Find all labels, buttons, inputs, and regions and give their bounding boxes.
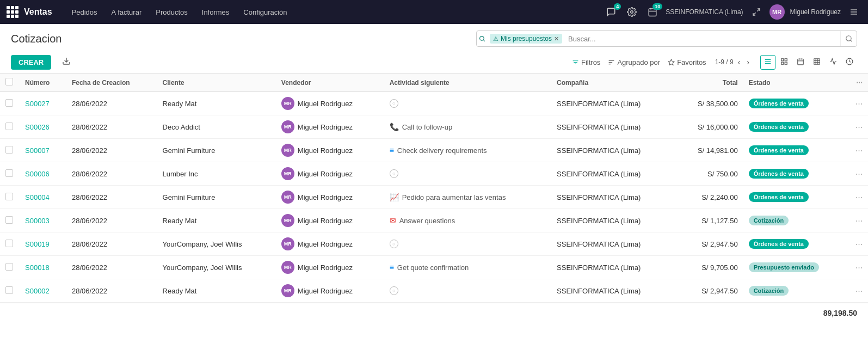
row-options[interactable]: ⋯ [850, 279, 868, 303]
filter-tag-close[interactable]: ✕ [554, 35, 559, 42]
row-checkbox-cell[interactable] [0, 186, 20, 209]
row-options[interactable]: ⋯ [850, 256, 868, 279]
row-checkbox-cell[interactable] [0, 209, 20, 232]
row-options[interactable]: ⋯ [850, 232, 868, 256]
row-vendedor: MR Miguel Rodriguez [276, 186, 384, 209]
menu-configuracion[interactable]: Configuración [237, 5, 293, 20]
favorites-button[interactable]: Favoritos [668, 58, 706, 66]
status-badge: Órdenes de venta [749, 99, 809, 108]
row-checkbox[interactable] [5, 122, 13, 130]
menu-productos[interactable]: Productos [149, 5, 194, 20]
table-row[interactable]: S00004 28/06/2022 Gemini Furniture MR Mi… [0, 186, 868, 209]
vendor-avatar: MR [281, 237, 294, 250]
company-name[interactable]: SSEINFORMATICA (Lima) [666, 8, 743, 16]
row-checkbox-cell[interactable] [0, 139, 20, 162]
pagination-range: 1-9 / 9 [715, 58, 734, 66]
chart-icon: 📈 [390, 193, 399, 201]
row-checkbox[interactable] [5, 216, 13, 224]
settings-button[interactable] [624, 4, 639, 20]
row-numero[interactable]: S00026 [20, 115, 66, 139]
row-numero[interactable]: S00019 [20, 232, 66, 256]
kanban-view-button[interactable] [777, 55, 792, 70]
table-footer-total: 89,198.50 [0, 303, 868, 323]
row-fecha: 28/06/2022 [66, 232, 157, 256]
row-options[interactable]: ⋯ [850, 115, 868, 139]
search-submit-icon[interactable] [840, 31, 857, 46]
col-options-header[interactable]: ⋯ [850, 73, 868, 92]
select-all-checkbox[interactable] [5, 78, 13, 85]
row-numero[interactable]: S00006 [20, 162, 66, 186]
row-numero[interactable]: S00002 [20, 279, 66, 303]
table-row[interactable]: S00027 28/06/2022 Ready Mat MR Miguel Ro… [0, 92, 868, 115]
pivot-view-button[interactable] [826, 55, 841, 70]
row-numero[interactable]: S00003 [20, 209, 66, 232]
row-total: S/ 2,947.50 [676, 279, 743, 303]
row-options[interactable]: ⋯ [850, 139, 868, 162]
row-numero[interactable]: S00007 [20, 139, 66, 162]
row-numero[interactable]: S00027 [20, 92, 66, 115]
filter-tag[interactable]: ⚠ Mis presupuestos ✕ [490, 34, 562, 44]
row-checkbox[interactable] [5, 169, 13, 177]
row-total: S/ 2,240.00 [676, 186, 743, 209]
row-cliente: YourCompany, Joel Willis [157, 232, 276, 256]
row-checkbox-cell[interactable] [0, 115, 20, 139]
row-numero[interactable]: S00004 [20, 186, 66, 209]
table-row[interactable]: S00002 28/06/2022 Ready Mat MR Miguel Ro… [0, 279, 868, 303]
row-checkbox[interactable] [5, 286, 13, 294]
row-compania: SSEINFORMATICA (Lima) [551, 186, 676, 209]
row-options[interactable]: ⋯ [850, 162, 868, 186]
menu-pedidos[interactable]: Pedidos [65, 5, 104, 20]
row-checkbox[interactable] [5, 263, 13, 271]
download-button[interactable] [60, 54, 73, 70]
user-avatar[interactable]: MR [769, 4, 785, 20]
row-options[interactable]: ⋯ [850, 92, 868, 115]
list-view-button[interactable] [760, 55, 775, 70]
row-checkbox-cell[interactable] [0, 256, 20, 279]
messages-button[interactable]: 4 [604, 4, 619, 20]
row-checkbox-cell[interactable] [0, 162, 20, 186]
groupby-button[interactable]: Agrupado por [608, 58, 660, 66]
row-checkbox[interactable] [5, 99, 13, 107]
table-row[interactable]: S00019 28/06/2022 YourCompany, Joel Will… [0, 232, 868, 256]
top-menu: Pedidos A facturar Productos Informes Co… [65, 5, 601, 20]
menu-afacturar[interactable]: A facturar [105, 5, 149, 20]
table-view-button[interactable] [809, 55, 824, 70]
vendor-avatar: MR [281, 97, 294, 110]
menu-toggle-icon[interactable] [846, 4, 861, 20]
row-checkbox-cell[interactable] [0, 92, 20, 115]
row-checkbox-cell[interactable] [0, 279, 20, 303]
status-badge: Órdenes de venta [749, 192, 809, 202]
activity-view-button[interactable] [842, 55, 857, 70]
next-page-button[interactable]: › [744, 57, 752, 68]
filters-label: Filtros [581, 58, 600, 66]
row-checkbox[interactable] [5, 146, 13, 154]
prev-page-button[interactable]: ‹ [736, 57, 743, 68]
search-input[interactable] [564, 35, 840, 43]
table-row[interactable]: S00018 28/06/2022 YourCompany, Joel Will… [0, 256, 868, 279]
row-options[interactable]: ⋯ [850, 186, 868, 209]
col-header-actividad: Actividad siguiente [384, 73, 551, 92]
menu-informes[interactable]: Informes [195, 5, 236, 20]
row-numero[interactable]: S00018 [20, 256, 66, 279]
activities-button[interactable]: 10 [645, 4, 660, 20]
row-cliente: Lumber Inc [157, 162, 276, 186]
expand-icon[interactable] [749, 4, 764, 20]
row-total: S/ 38,500.00 [676, 92, 743, 115]
table-row[interactable]: S00026 28/06/2022 Deco Addict MR Miguel … [0, 115, 868, 139]
row-checkbox-cell[interactable] [0, 232, 20, 256]
table-row[interactable]: S00006 28/06/2022 Lumber Inc MR Miguel R… [0, 162, 868, 186]
create-button[interactable]: CREAR [11, 55, 51, 70]
row-checkbox[interactable] [5, 240, 13, 247]
table-row[interactable]: S00007 28/06/2022 Gemini Furniture MR Mi… [0, 139, 868, 162]
row-checkbox[interactable] [5, 193, 13, 200]
select-all-header[interactable] [0, 73, 20, 92]
row-estado: Órdenes de venta [743, 115, 850, 139]
svg-rect-1 [649, 9, 656, 16]
col-header-fecha: Fecha de Creacion [66, 73, 157, 92]
calendar-view-button[interactable] [793, 55, 808, 70]
table-row[interactable]: S00003 28/06/2022 Ready Mat MR Miguel Ro… [0, 209, 868, 232]
row-compania: SSEINFORMATICA (Lima) [551, 279, 676, 303]
filters-button[interactable]: Filtros [572, 58, 600, 66]
row-options[interactable]: ⋯ [850, 209, 868, 232]
apps-icon[interactable] [7, 6, 19, 18]
